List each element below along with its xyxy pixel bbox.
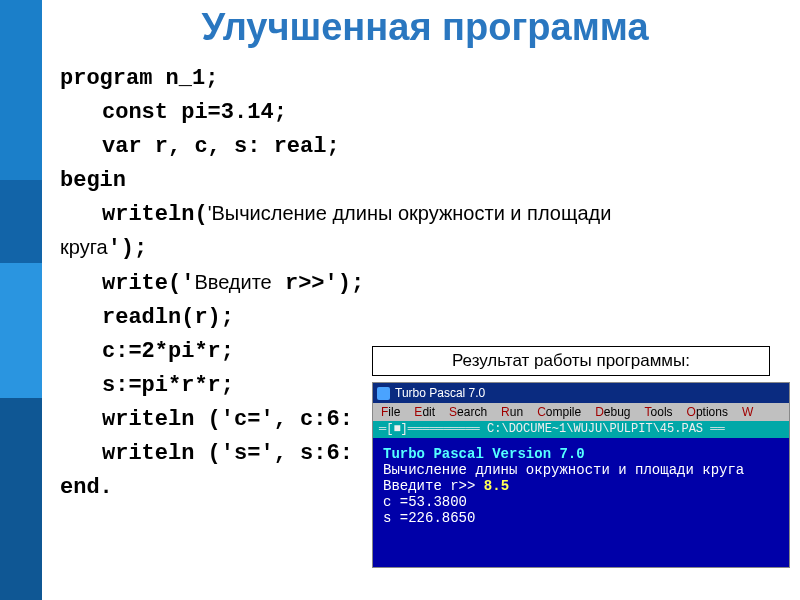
kw-program: program: [60, 66, 152, 91]
code-text: readln(r);: [60, 301, 788, 335]
app-icon: [377, 387, 390, 400]
code-text: ');: [108, 236, 148, 261]
result-label-box: Результат работы программы:: [372, 346, 770, 376]
out-line: s =226.8650: [383, 510, 779, 526]
code-string: Введите: [194, 271, 271, 293]
menu-search[interactable]: Search: [449, 405, 487, 419]
kw-const: const: [102, 100, 168, 125]
kw-var: var: [102, 134, 142, 159]
menu-window[interactable]: W: [742, 405, 753, 419]
turbo-pascal-window: Turbo Pascal 7.0 FFileile Edit Search Ru…: [372, 382, 790, 568]
accent-block: [0, 263, 42, 398]
menu-run[interactable]: Run: [501, 405, 523, 419]
menu-bar: FFileile Edit Search Run Compile Debug T…: [373, 403, 789, 421]
code-text: write(': [102, 271, 194, 296]
code-text: r>>');: [272, 271, 364, 296]
path-bar: ═[■]══════════ C:\DOCUME~1\WUJU\PULPIT\4…: [373, 421, 789, 438]
menu-edit[interactable]: Edit: [414, 405, 435, 419]
window-titlebar: Turbo Pascal 7.0: [373, 383, 789, 403]
menu-options[interactable]: Options: [687, 405, 728, 419]
out-line: c =53.3800: [383, 494, 779, 510]
accent-sidebar: [0, 0, 42, 600]
accent-block: [0, 398, 42, 601]
code-text: writeln(: [102, 202, 208, 227]
menu-file[interactable]: FFileile: [381, 405, 400, 419]
slide-title: Улучшенная программа: [60, 6, 790, 49]
out-input: 8.5: [475, 478, 509, 494]
kw-begin: begin: [60, 168, 126, 193]
out-prompt: Введите r>>: [383, 478, 475, 494]
accent-block: [0, 0, 42, 180]
accent-block: [0, 180, 42, 263]
menu-debug[interactable]: Debug: [595, 405, 630, 419]
out-line: Turbo Pascal Version 7.0: [383, 446, 585, 462]
out-line: Вычисление длины окружности и площади кр…: [383, 462, 779, 478]
code-string: круга: [60, 236, 108, 258]
code-text: n_1;: [152, 66, 218, 91]
menu-compile[interactable]: Compile: [537, 405, 581, 419]
code-text: .: [100, 475, 113, 500]
menu-tools[interactable]: Tools: [645, 405, 673, 419]
window-title: Turbo Pascal 7.0: [395, 386, 485, 400]
console-output: Turbo Pascal Version 7.0 Вычисление длин…: [373, 438, 789, 567]
code-text: r, c, s: real;: [142, 134, 340, 159]
code-text: pi=3.14;: [168, 100, 287, 125]
kw-end: end: [60, 475, 100, 500]
code-string: 'Вычисление длины окружности и площади: [208, 202, 612, 224]
